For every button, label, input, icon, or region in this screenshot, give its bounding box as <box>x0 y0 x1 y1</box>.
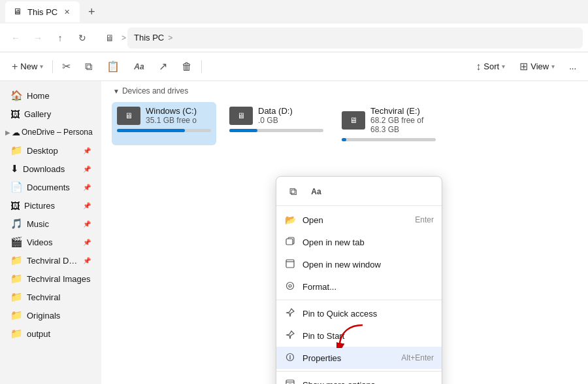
sidebar-label-output: output <box>27 329 91 339</box>
documents-pin-icon: 📌 <box>83 184 91 191</box>
drive-bar-fill-e <box>342 138 346 141</box>
share-icon: ↗ <box>159 60 167 73</box>
cut-icon: ✂ <box>62 60 71 73</box>
svg-rect-0 <box>286 239 293 245</box>
sidebar-item-techviral[interactable]: 📁 Techviral <box>3 288 99 306</box>
drive-free-c: 35.1 GB free o <box>146 116 197 125</box>
drive-top-c: 🖥 Windows (C:) 35.1 GB free o <box>117 106 211 125</box>
main-layout: 🏠 Home 🖼 Gallery ▶ ☁ OneDrive – Persona … <box>0 81 588 384</box>
cm-open-shortcut: Enter <box>415 215 434 224</box>
view-toggle-button[interactable]: 🖥 <box>99 27 120 48</box>
cm-item-properties[interactable]: Properties Alt+Enter <box>276 347 442 369</box>
drive-techviral-e[interactable]: 🖥 Techviral (E:) 68.2 GB free of 68.3 GB <box>336 102 441 145</box>
more-button[interactable]: ... <box>563 56 583 77</box>
drives-grid: 🖥 Windows (C:) 35.1 GB free o 🖥 <box>112 102 578 145</box>
sidebar-item-gallery[interactable]: 🖼 Gallery <box>3 105 99 123</box>
new-chevron: ▾ <box>40 63 43 70</box>
sidebar-label-pictures: Pictures <box>24 201 79 211</box>
drive-top-d: 🖥 Data (D:) .0 GB <box>229 106 323 125</box>
forward-button[interactable]: → <box>27 27 48 48</box>
sort-icon: ↕ <box>476 61 481 73</box>
sort-button[interactable]: ↕ Sort ▾ <box>469 56 512 77</box>
sidebar-label-downloads: Downloads <box>23 164 79 174</box>
gallery-icon: 🖼 <box>10 109 20 120</box>
delete-button[interactable]: 🗑 <box>175 56 199 77</box>
sidebar-label-gallery: Gallery <box>24 109 91 119</box>
address-text: This PC <box>134 33 164 43</box>
cm-format-icon <box>284 281 296 292</box>
sort-label: Sort <box>483 61 499 71</box>
red-arrow-annotation <box>336 322 369 348</box>
tab-this-pc[interactable]: 🖥 This PC ✕ <box>5 1 80 22</box>
tab-close-button[interactable]: ✕ <box>61 7 72 17</box>
drive-data-d[interactable]: 🖥 Data (D:) .0 GB <box>224 102 329 145</box>
sidebar-item-videos[interactable]: 🎬 Videos 📌 <box>3 233 99 251</box>
view-label: View <box>531 61 549 71</box>
cm-divider-1 <box>276 300 442 300</box>
cm-rename-button[interactable]: Aa <box>305 182 327 201</box>
content-area: ▼ Devices and drives 🖥 Windows (C:) 35.1… <box>101 81 588 384</box>
section-title: Devices and drives <box>122 86 188 96</box>
drive-bar-fill-c <box>117 129 185 132</box>
cm-copy-button[interactable]: ⧉ <box>282 182 304 201</box>
back-button[interactable]: ← <box>5 27 26 48</box>
sidebar-item-onedrive[interactable]: ▶ ☁ OneDrive – Persona <box>0 123 101 141</box>
new-button[interactable]: + New ▾ <box>5 56 50 77</box>
copy-button[interactable]: ⧉ <box>78 56 99 77</box>
cm-properties-shortcut: Alt+Enter <box>401 353 434 362</box>
toolbar: + New ▾ ✂ ⧉ 📋 Aa ↗ 🗑 ↕ Sort ▾ ⊞ View ▾ .… <box>0 52 588 81</box>
view-button[interactable]: ⊞ View ▾ <box>513 56 561 77</box>
up-button[interactable]: ↑ <box>50 27 71 48</box>
drive-name-e: Techviral (E:) <box>370 106 436 116</box>
drive-bar-fill-d <box>229 129 257 132</box>
drive-name-c: Windows (C:) <box>146 106 197 116</box>
cm-item-open[interactable]: 📂 Open Enter <box>276 209 442 231</box>
cm-item-more-options[interactable]: Show more options <box>276 374 442 384</box>
sidebar-item-documents[interactable]: 📄 Documents 📌 <box>3 178 99 196</box>
new-tab-button[interactable]: + <box>82 3 101 21</box>
drive-windows-c[interactable]: 🖥 Windows (C:) 35.1 GB free o <box>112 102 216 145</box>
paste-button[interactable]: 📋 <box>100 56 126 77</box>
sidebar-item-home[interactable]: 🏠 Home <box>3 86 99 105</box>
cut-button[interactable]: ✂ <box>56 56 77 77</box>
title-bar: 🖥 This PC ✕ + <box>0 0 588 24</box>
cm-item-open-new-tab[interactable]: Open in new tab <box>276 231 442 253</box>
cm-more-options-label: Show more options <box>302 380 434 385</box>
refresh-button[interactable]: ↻ <box>72 27 93 48</box>
cm-new-tab-label: Open in new tab <box>302 237 434 247</box>
sidebar-item-music[interactable]: 🎵 Music 📌 <box>3 215 99 233</box>
cm-item-pin-quick[interactable]: Pin to Quick access <box>276 302 442 324</box>
techviral-docum-pin-icon: 📌 <box>83 257 91 264</box>
rename-button[interactable]: Aa <box>127 56 150 77</box>
address-bar[interactable]: This PC > <box>127 27 583 48</box>
drive-free-e: 68.2 GB free of 68.3 GB <box>370 116 436 134</box>
sidebar-item-pictures[interactable]: 🖼 Pictures 📌 <box>3 196 99 215</box>
sidebar-item-originals[interactable]: 📁 Originals <box>3 306 99 324</box>
cm-item-format[interactable]: Format... <box>276 275 442 298</box>
sidebar-label-home: Home <box>27 91 91 101</box>
cm-pin-quick-icon <box>284 308 296 319</box>
nav-bar: ← → ↑ ↻ 🖥 > This PC > <box>0 24 588 52</box>
sidebar-item-techviral-images[interactable]: 📁 Techviral Images <box>3 270 99 288</box>
sidebar-item-output[interactable]: 📁 output <box>3 324 99 343</box>
music-icon: 🎵 <box>10 218 23 230</box>
drive-icon-c: 🖥 <box>117 107 140 125</box>
techviral-images-icon: 📁 <box>10 273 23 285</box>
section-collapse-arrow: ▼ <box>113 88 120 95</box>
sidebar-item-downloads[interactable]: ⬇ Downloads 📌 <box>3 160 99 178</box>
sidebar-label-techviral-images: Techviral Images <box>27 274 91 284</box>
sidebar-item-techviral-docum[interactable]: 📁 Techviral Docum 📌 <box>3 251 99 270</box>
sidebar-label-onedrive: OneDrive – Persona <box>22 128 93 137</box>
drive-free-d: .0 GB <box>258 116 293 125</box>
cm-new-tab-icon <box>284 237 296 248</box>
cm-item-open-new-window[interactable]: Open in new window <box>276 253 442 275</box>
drive-name-d: Data (D:) <box>258 106 293 116</box>
cm-pin-start-icon <box>284 330 296 341</box>
svg-point-3 <box>289 285 291 287</box>
desktop-pin-icon: 📌 <box>83 147 91 154</box>
share-button[interactable]: ↗ <box>152 56 174 77</box>
drive-bar-bg-c <box>117 129 211 132</box>
home-icon: 🏠 <box>10 90 23 101</box>
sidebar-item-desktop[interactable]: 📁 Desktop 📌 <box>3 141 99 160</box>
videos-icon: 🎬 <box>10 236 23 248</box>
